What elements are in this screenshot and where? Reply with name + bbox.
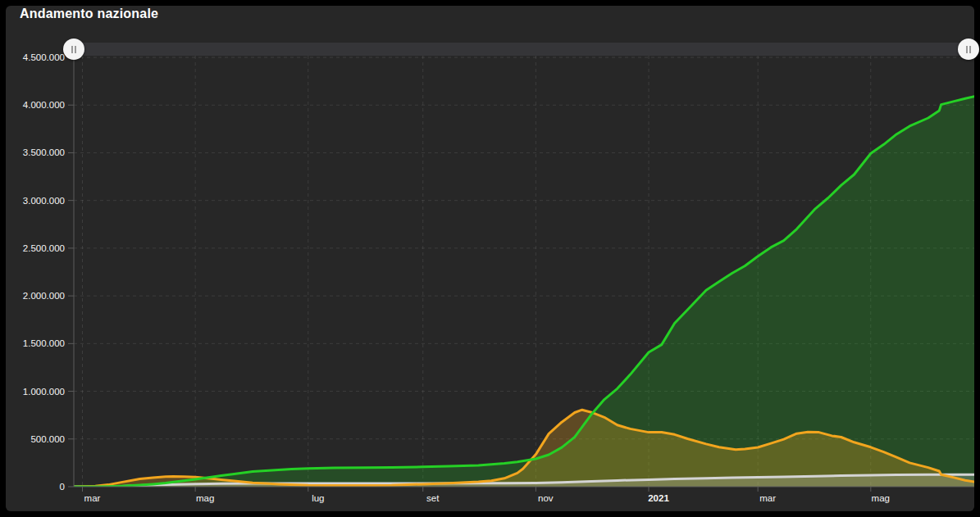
y-tick-label: 1.000.000 xyxy=(23,387,65,397)
y-tick-label: 0 xyxy=(60,482,65,492)
x-tick-label: mar xyxy=(759,493,776,503)
y-tick-label: 4.500.000 xyxy=(23,52,65,62)
scrollbar-track[interactable] xyxy=(74,43,974,56)
y-tick-label: 2.500.000 xyxy=(23,243,65,253)
x-tick-label: mar xyxy=(84,493,101,503)
y-tick-label: 500.000 xyxy=(30,434,65,444)
y-tick-label: 4.000.000 xyxy=(23,100,65,110)
plot-area[interactable] xyxy=(74,57,974,487)
area-chart[interactable]: 0500.0001.000.0001.500.0002.000.0002.500… xyxy=(0,0,980,517)
scrollbar-start-grip[interactable] xyxy=(63,39,84,60)
y-tick-label: 1.500.000 xyxy=(23,338,65,348)
scrollbar-end-grip[interactable] xyxy=(958,39,979,60)
x-tick-label: nov xyxy=(538,493,554,503)
dashboard-root: 0500.0001.000.0001.500.0002.000.0002.500… xyxy=(0,0,980,517)
x-tick-label: set xyxy=(426,493,440,503)
y-tick-label: 3.000.000 xyxy=(23,196,65,206)
chart-title: Andamento nazionale xyxy=(20,7,158,21)
y-tick-label: 3.500.000 xyxy=(23,147,65,157)
drag-grip-icon xyxy=(71,46,76,53)
x-axis-labels: marmaglugsetnov2021marmag xyxy=(84,493,890,503)
y-axis-labels: 0500.0001.000.0001.500.0002.000.0002.500… xyxy=(23,52,74,492)
x-tick-label: 2021 xyxy=(648,493,669,503)
x-tick-label: mag xyxy=(872,493,890,503)
drag-grip-icon xyxy=(966,46,971,53)
x-tick-label: lug xyxy=(312,493,324,503)
x-tick-label: mag xyxy=(196,493,214,503)
y-tick-label: 2.000.000 xyxy=(23,291,65,301)
